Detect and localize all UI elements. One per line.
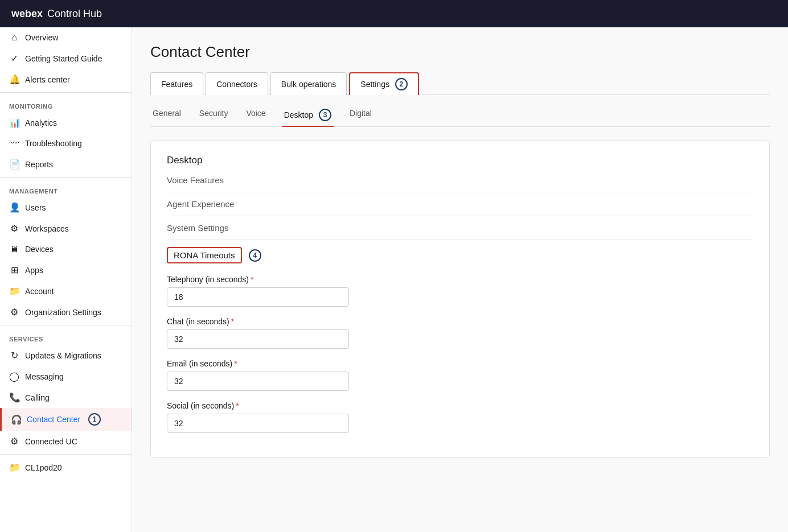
sidebar: ⌂ Overview ✓ Getting Started Guide 🔔 Ale… <box>0 27 132 532</box>
divider <box>167 240 753 240</box>
device-icon: 🖥 <box>9 244 19 254</box>
label-chat: Chat (in seconds) * <box>167 317 753 326</box>
tab-connectors[interactable]: Connectors <box>206 72 268 95</box>
divider <box>0 92 132 93</box>
tab-bulk-operations[interactable]: Bulk operations <box>270 72 347 95</box>
form-group-telephony: Telephony (in seconds) * <box>167 275 753 307</box>
main-tab-bar: Features Connectors Bulk operations Sett… <box>150 72 770 95</box>
divider <box>0 177 132 178</box>
input-telephony[interactable] <box>167 287 349 307</box>
sidebar-item-messaging[interactable]: ◯ Messaging <box>0 366 132 387</box>
section-panel: Desktop Voice Features Agent Experience … <box>150 141 770 457</box>
sidebar-item-analytics[interactable]: 📊 Analytics <box>0 112 132 133</box>
sidebar-item-account[interactable]: 📁 Account <box>0 281 132 302</box>
required-indicator: * <box>236 401 239 410</box>
sidebar-item-badge: 1 <box>88 413 101 426</box>
sidebar-item-alerts[interactable]: 🔔 Alerts center <box>0 69 132 90</box>
updates-icon: ↻ <box>9 350 19 361</box>
sidebar-item-label: Contact Center <box>27 415 80 424</box>
input-social[interactable] <box>167 414 349 433</box>
sidebar-item-label: Overview <box>25 33 58 42</box>
label-email: Email (in seconds) * <box>167 359 753 368</box>
sidebar-item-label: Troubleshooting <box>25 139 82 148</box>
sidebar-item-label: Users <box>25 203 46 212</box>
sidebar-item-label: Connected UC <box>25 437 77 446</box>
workspace-icon: ⚙ <box>9 223 19 234</box>
home-icon: ⌂ <box>9 32 19 43</box>
sidebar-item-label: Organization Settings <box>25 308 101 317</box>
sidebar-item-troubleshooting[interactable]: 〰 Troubleshooting <box>0 133 132 154</box>
tab-settings[interactable]: Settings 2 <box>349 72 419 95</box>
troubleshoot-icon: 〰 <box>9 138 19 149</box>
sidebar-item-label: Getting Started Guide <box>25 54 102 63</box>
sidebar-item-updates[interactable]: ↻ Updates & Migrations <box>0 345 132 366</box>
form-group-social: Social (in seconds) * <box>167 401 753 433</box>
sidebar-item-apps[interactable]: ⊞ Apps <box>0 259 132 281</box>
sidebar-item-label: Workspaces <box>25 224 69 233</box>
section-title: Desktop <box>167 155 753 166</box>
input-email[interactable] <box>167 372 349 391</box>
divider <box>167 216 753 216</box>
subsection-system-settings[interactable]: System Settings <box>167 223 753 233</box>
brand-logo: webex Control Hub <box>11 8 102 20</box>
input-chat[interactable] <box>167 329 349 349</box>
sidebar-item-cl1pod20[interactable]: 📁 CL1pod20 <box>0 457 132 478</box>
account-icon: 📁 <box>9 286 19 296</box>
sidebar-item-label: Alerts center <box>25 75 70 84</box>
tab-settings-label: Settings <box>360 80 389 89</box>
page-title: Contact Center <box>150 43 770 61</box>
apps-icon: ⊞ <box>9 265 19 275</box>
divider <box>0 325 132 325</box>
sub-tab-desktop-badge: 3 <box>319 109 331 121</box>
form-group-chat: Chat (in seconds) * <box>167 317 753 349</box>
sidebar-item-label: Apps <box>25 266 43 275</box>
rona-badge: 4 <box>249 249 261 262</box>
services-section-label: SERVICES <box>0 328 132 345</box>
webex-brand: webex <box>11 8 43 20</box>
sidebar-item-label: Updates & Migrations <box>25 351 101 360</box>
analytics-icon: 📊 <box>9 117 19 128</box>
folder-icon: 📁 <box>9 462 19 473</box>
main-content: Contact Center Features Connectors Bulk … <box>132 27 788 532</box>
sidebar-item-calling[interactable]: 📞 Calling <box>0 387 132 408</box>
sidebar-item-overview[interactable]: ⌂ Overview <box>0 27 132 48</box>
sub-tab-voice[interactable]: Voice <box>244 104 268 127</box>
label-social: Social (in seconds) * <box>167 401 753 410</box>
sub-tab-desktop-label: Desktop <box>284 110 313 119</box>
subsection-agent-experience[interactable]: Agent Experience <box>167 199 753 209</box>
sidebar-item-label: Analytics <box>25 118 57 127</box>
sidebar-item-label: Account <box>25 287 54 296</box>
sidebar-item-users[interactable]: 👤 Users <box>0 197 132 218</box>
tab-settings-badge: 2 <box>395 78 408 90</box>
sidebar-item-org-settings[interactable]: ⚙ Organization Settings <box>0 302 132 323</box>
sub-tab-bar: General Security Voice Desktop 3 Digital <box>150 104 770 127</box>
sidebar-item-contact-center[interactable]: 🎧 Contact Center 1 <box>0 408 132 431</box>
sub-tab-general[interactable]: General <box>150 104 183 127</box>
sidebar-item-devices[interactable]: 🖥 Devices <box>0 239 132 259</box>
sidebar-item-getting-started[interactable]: ✓ Getting Started Guide <box>0 48 132 69</box>
tab-features[interactable]: Features <box>150 72 203 95</box>
bell-icon: 🔔 <box>9 74 19 85</box>
management-section-label: MANAGEMENT <box>0 180 132 197</box>
sidebar-item-workspaces[interactable]: ⚙ Workspaces <box>0 218 132 239</box>
sub-tab-digital[interactable]: Digital <box>347 104 374 127</box>
reports-icon: 📄 <box>9 159 19 170</box>
subsection-voice-features[interactable]: Voice Features <box>167 175 753 185</box>
divider <box>167 192 753 192</box>
sub-tab-security[interactable]: Security <box>197 104 231 127</box>
sidebar-item-label: Reports <box>25 160 53 169</box>
sub-tab-desktop[interactable]: Desktop 3 <box>282 104 334 127</box>
form-group-email: Email (in seconds) * <box>167 359 753 391</box>
contact-center-icon: 🎧 <box>11 414 21 425</box>
org-settings-icon: ⚙ <box>9 307 19 317</box>
sidebar-item-reports[interactable]: 📄 Reports <box>0 154 132 175</box>
messaging-icon: ◯ <box>9 371 19 382</box>
topbar: webex Control Hub <box>0 0 788 27</box>
user-icon: 👤 <box>9 202 19 213</box>
required-indicator: * <box>231 317 234 326</box>
rona-header: RONA Timeouts 4 <box>167 247 753 263</box>
sidebar-item-label: Messaging <box>25 372 64 381</box>
sidebar-item-connected-uc[interactable]: ⚙ Connected UC <box>0 431 132 452</box>
check-icon: ✓ <box>9 53 19 64</box>
sidebar-item-label: CL1pod20 <box>25 463 62 472</box>
